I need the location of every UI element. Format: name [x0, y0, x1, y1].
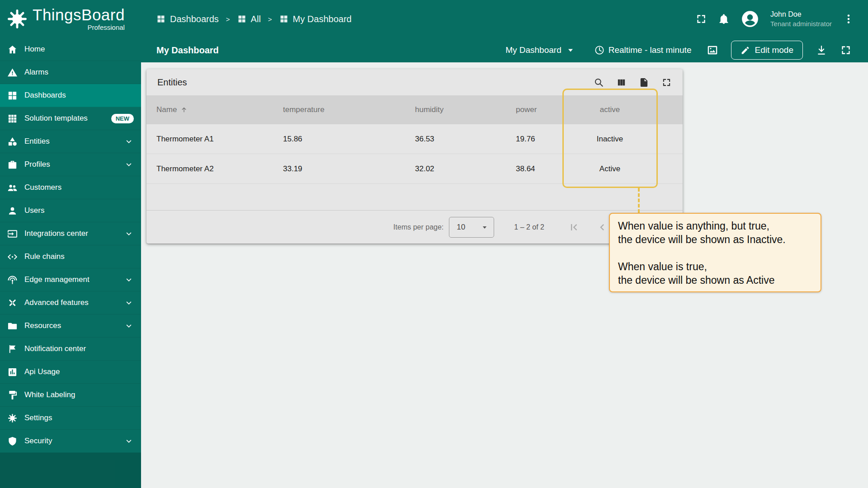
- table-empty-space: [146, 184, 683, 210]
- sidebar-item-label: Entities: [24, 137, 50, 146]
- rule-chains-icon: [7, 252, 18, 262]
- dashboard-state-select[interactable]: My Dashboard: [503, 44, 579, 56]
- sidebar-item-advanced-features[interactable]: Advanced features: [0, 291, 141, 314]
- shield-icon: [7, 436, 18, 446]
- fullscreen-icon: [695, 13, 707, 25]
- column-header-active[interactable]: active: [567, 105, 653, 114]
- column-header-temperature[interactable]: temperature: [283, 105, 415, 114]
- chevron-down-icon: [124, 298, 134, 308]
- edit-mode-button[interactable]: Edit mode: [731, 41, 803, 60]
- sidebar-item-rule-chains[interactable]: Rule chains: [0, 245, 141, 268]
- thingsboard-logo-icon: [6, 8, 28, 30]
- file-icon: [639, 77, 649, 88]
- sidebar-item-label: Advanced features: [24, 298, 89, 307]
- sidebar-item-dashboards[interactable]: Dashboards: [0, 84, 141, 107]
- sidebar-item-security[interactable]: Security: [0, 430, 141, 453]
- timewindow-button[interactable]: Realtime - last minute: [591, 44, 694, 56]
- apps-grid-icon: [7, 113, 18, 124]
- sidebar-item-home[interactable]: Home: [0, 38, 141, 61]
- first-page-button[interactable]: [568, 221, 580, 234]
- search-icon: [594, 77, 604, 88]
- breadcrumb-all[interactable]: All: [237, 14, 261, 24]
- table-pagination: Items per page: 10 1 – 2 of 2: [146, 210, 683, 244]
- sidebar-item-label: Resources: [24, 321, 61, 330]
- image-icon: [707, 44, 718, 56]
- flag-icon: [7, 344, 18, 354]
- sidebar-item-alarms[interactable]: Alarms: [0, 61, 141, 84]
- brand-block: ThingsBoard Professional: [33, 7, 125, 31]
- columns-icon: [616, 77, 627, 88]
- dashboard-title: My Dashboard: [156, 45, 219, 56]
- sidebar-item-notification-center[interactable]: Notification center: [0, 338, 141, 361]
- sidebar-item-resources[interactable]: Resources: [0, 314, 141, 338]
- dashboard-image-button[interactable]: [707, 44, 718, 56]
- sort-ascending-icon: [180, 106, 188, 113]
- cell-name: Thermometer A1: [146, 135, 283, 144]
- breadcrumb-my-dashboard[interactable]: My Dashboard: [279, 14, 352, 24]
- sidebar-item-edge-management[interactable]: Edge management: [0, 268, 141, 291]
- sidebar: ThingsBoard Professional Home Alarms Das…: [0, 0, 141, 488]
- column-header-humidity[interactable]: humidity: [415, 105, 516, 114]
- items-per-page-label: Items per page:: [393, 223, 443, 231]
- sidebar-item-label: Notification center: [24, 344, 86, 353]
- sidebar-item-label: Customers: [24, 183, 61, 192]
- cell-power: 38.64: [516, 164, 567, 174]
- widget-actions: [594, 77, 672, 88]
- chevron-down-icon: [124, 275, 134, 285]
- sidebar-item-integrations-center[interactable]: Integrations center: [0, 222, 141, 245]
- tooltip-line: When value is true,: [618, 260, 812, 273]
- widget-fullscreen-button[interactable]: [661, 77, 672, 88]
- first-page-icon: [568, 221, 580, 234]
- sidebar-item-white-labeling[interactable]: White Labeling: [0, 384, 141, 407]
- cell-active-status: Inactive: [567, 135, 653, 144]
- dashboard-state-label: My Dashboard: [505, 45, 561, 55]
- breadcrumb-label: All: [251, 14, 261, 24]
- sidebar-item-users[interactable]: Users: [0, 199, 141, 222]
- widget-columns-button[interactable]: [616, 77, 627, 88]
- sidebar-item-label: Profiles: [24, 160, 50, 169]
- logo[interactable]: ThingsBoard Professional: [0, 0, 141, 38]
- customers-icon: [7, 183, 18, 193]
- table-row[interactable]: Thermometer A2 33.19 32.02 38.64 Active: [146, 154, 683, 184]
- chevron-down-icon: [124, 160, 134, 169]
- sidebar-item-label: Integrations center: [24, 229, 88, 238]
- sidebar-footer: [0, 453, 141, 488]
- table-row[interactable]: Thermometer A1 15.86 36.53 19.76 Inactiv…: [146, 124, 683, 154]
- export-dashboard-button[interactable]: [816, 44, 827, 56]
- sidebar-item-settings[interactable]: Settings: [0, 407, 141, 430]
- main-area: Dashboards > All > My Dashboard: [141, 0, 868, 488]
- widget-title: Entities: [157, 77, 187, 88]
- notifications-button[interactable]: [718, 13, 730, 25]
- cell-name: Thermometer A2: [146, 164, 283, 174]
- column-header-name[interactable]: Name: [146, 105, 283, 114]
- chevron-left-icon: [596, 221, 609, 234]
- page-range-label: 1 – 2 of 2: [514, 223, 544, 231]
- user-info[interactable]: John Doe Tenant administrator: [770, 10, 832, 28]
- breadcrumb-dashboards[interactable]: Dashboards: [156, 14, 219, 24]
- sidebar-item-label: Alarms: [24, 68, 48, 77]
- previous-page-button[interactable]: [596, 221, 609, 234]
- sidebar-item-solution-templates[interactable]: Solution templates NEW: [0, 107, 141, 130]
- sidebar-item-customers[interactable]: Customers: [0, 176, 141, 199]
- brand-subtitle: Professional: [33, 23, 125, 31]
- user-avatar[interactable]: [741, 9, 760, 28]
- items-per-page-value: 10: [457, 223, 465, 232]
- gear-icon: [7, 413, 18, 423]
- kebab-icon: [843, 13, 854, 25]
- items-per-page-select[interactable]: 10: [449, 217, 494, 238]
- widget-search-button[interactable]: [594, 77, 604, 88]
- fullscreen-button[interactable]: [695, 13, 707, 25]
- column-header-power[interactable]: power: [516, 105, 567, 114]
- sidebar-item-label: Users: [24, 206, 44, 215]
- sidebar-item-entities[interactable]: Entities: [0, 130, 141, 153]
- fullscreen-icon: [840, 44, 852, 56]
- more-menu-button[interactable]: [843, 13, 854, 25]
- sidebar-item-api-usage[interactable]: Api Usage: [0, 361, 141, 384]
- toolbar-actions: My Dashboard Realtime - last minute Edit…: [503, 41, 852, 60]
- dropdown-arrow-icon: [480, 223, 489, 232]
- breadcrumb: Dashboards > All > My Dashboard: [156, 14, 352, 24]
- widget-export-button[interactable]: [639, 77, 649, 88]
- edge-antenna-icon: [7, 275, 18, 285]
- dashboard-fullscreen-button[interactable]: [840, 44, 852, 56]
- sidebar-item-profiles[interactable]: Profiles: [0, 153, 141, 176]
